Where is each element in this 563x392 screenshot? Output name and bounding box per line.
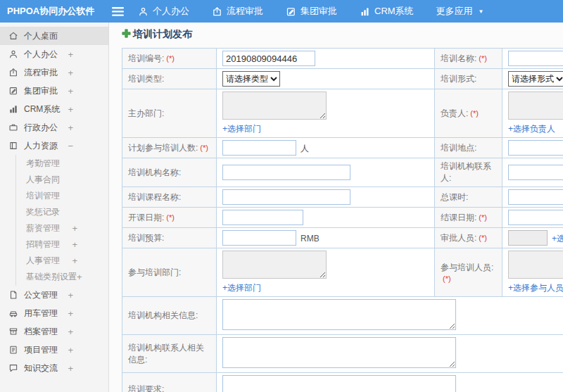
field-label-budget: 培训预算: [122, 228, 217, 248]
top-nav: 个人办公 流程审批 集团审批 CRM系统 更多应用 ▼ [138, 5, 484, 18]
org-contact-info-textarea[interactable] [222, 337, 456, 368]
app-logo: PHPOA协同办公软件 [0, 5, 109, 18]
expand-icon: + [72, 223, 77, 234]
training-name-input[interactable] [508, 51, 563, 66]
clipboard-icon [8, 345, 18, 355]
caret-down-icon: ▼ [479, 8, 484, 15]
sidebar-item-group-approval[interactable]: 集团审批 + [0, 82, 108, 100]
field-label-join-dept: 参与培训部门: [122, 248, 217, 297]
host-department-textarea[interactable] [222, 91, 327, 120]
expand-icon: + [72, 255, 77, 266]
select-join-people-link[interactable]: +选择参与人员 [508, 282, 563, 294]
sidebar-subitem-hr-contract[interactable]: 人事合同 [16, 172, 108, 188]
select-join-department-link[interactable]: +选择部门 [222, 282, 429, 294]
sidebar-item-knowledge[interactable]: 知识交流 + [0, 359, 108, 377]
unit-label: 人 [301, 144, 309, 153]
sidebar-item-label: 用车管理 [24, 308, 58, 320]
planned-count-input[interactable] [222, 140, 296, 156]
home-icon [8, 31, 18, 41]
table-row: 主办部门: +选择部门 负责人:(*) +选择负责人 [122, 89, 563, 138]
requirement-textarea[interactable] [222, 375, 456, 392]
course-name-input[interactable] [222, 189, 350, 205]
nav-personal-office[interactable]: 个人办公 [138, 5, 189, 18]
table-row: 培训机构联系人相关信息: [122, 335, 563, 373]
field-label-code: 培训编号:(*) [122, 49, 217, 69]
sidebar: 个人桌面 个人办公 + 流程审批 + 集团审批 + CRM系统 + [0, 23, 109, 392]
expand-icon: + [72, 239, 77, 250]
leader-textarea[interactable] [508, 91, 563, 120]
archive-icon [8, 327, 18, 336]
sidebar-item-flow-approval[interactable]: 流程审批 + [0, 63, 108, 82]
field-label-total-hours: 总课时: [435, 187, 502, 208]
org-info-textarea[interactable] [222, 299, 456, 330]
field-label-org-name: 培训机构名称: [122, 158, 217, 187]
sidebar-item-hr[interactable]: 人力资源 − [0, 137, 108, 155]
approver-input[interactable] [508, 230, 548, 246]
select-leader-link[interactable]: +选择负责人 [508, 123, 563, 135]
field-label-requirement: 培训要求: [122, 373, 217, 392]
select-department-link[interactable]: +选择部门 [222, 123, 429, 135]
sidebar-item-personal-desktop[interactable]: 个人桌面 [0, 27, 108, 45]
field-label-location: 培训地点: [435, 138, 502, 158]
sidebar-item-vehicle-mgmt[interactable]: 用车管理 + [0, 304, 108, 322]
sidebar-subitem-base-category[interactable]: 基础类别设置+ [16, 269, 108, 285]
nav-crm-system[interactable]: CRM系统 [360, 5, 414, 18]
table-row: 培训机构相关信息: [122, 297, 563, 335]
expand-icon: + [68, 104, 73, 115]
expand-icon: + [77, 272, 82, 282]
page-title-text: 培训计划发布 [133, 28, 192, 41]
join-department-textarea[interactable] [222, 251, 327, 279]
org-contact-input[interactable] [508, 165, 563, 180]
sidebar-hr-submenu: 考勤管理 人事合同 培训管理 奖惩记录 薪资管理+ 招聘管理+ 人事管理+ 基础… [15, 155, 108, 286]
sidebar-subitem-recruit[interactable]: 招聘管理+ [16, 236, 108, 253]
field-label-org-info: 培训机构相关信息: [122, 297, 217, 335]
sidebar-item-personal-office[interactable]: 个人办公 + [0, 45, 108, 63]
sidebar-subitem-reward[interactable]: 奖惩记录 [16, 204, 108, 220]
flow-icon [8, 68, 18, 77]
sidebar-subitem-salary[interactable]: 薪资管理+ [16, 220, 108, 236]
sidebar-item-document-mgmt[interactable]: 公文管理 + [0, 286, 108, 304]
chart-icon [8, 104, 18, 114]
menu-icon[interactable] [112, 7, 124, 16]
nav-group-approval[interactable]: 集团审批 [286, 5, 337, 18]
nav-label: CRM系统 [374, 5, 414, 18]
org-name-input[interactable] [222, 165, 350, 180]
briefcase-icon [8, 122, 18, 132]
training-type-select[interactable]: 请选择类型 [222, 71, 280, 87]
nav-label: 个人办公 [153, 5, 189, 18]
field-label-course-name: 培训课程名称: [122, 187, 217, 208]
sidebar-subitem-attendance[interactable]: 考勤管理 [16, 156, 108, 172]
table-row: 培训机构名称: 培训机构联系人: [122, 158, 563, 187]
start-date-input[interactable] [222, 210, 303, 225]
sidebar-item-admin-office[interactable]: 行政办公 + [0, 118, 108, 137]
user-icon [8, 49, 18, 59]
sidebar-subitem-label: 人事合同 [26, 174, 60, 186]
sidebar-subitem-label: 招聘管理 [26, 239, 60, 251]
location-input[interactable] [508, 140, 563, 156]
nav-more-apps[interactable]: 更多应用 ▼ [436, 5, 484, 18]
join-people-textarea[interactable] [508, 251, 563, 279]
field-label-leader: 负责人:(*) [435, 89, 502, 138]
sidebar-item-label: 集团审批 [24, 85, 58, 97]
training-code-input[interactable] [222, 51, 315, 66]
training-mode-select[interactable]: 请选择形式 [508, 71, 563, 87]
select-approver-link[interactable]: +选择审批人员 [552, 234, 563, 244]
budget-input[interactable] [222, 230, 296, 246]
field-label-start-date: 开课日期:(*) [122, 208, 217, 228]
field-label-org-contact: 培训机构联系人: [435, 158, 502, 187]
sidebar-subitem-label: 培训管理 [26, 190, 60, 202]
end-date-input[interactable] [508, 210, 563, 225]
edit-icon [8, 86, 18, 96]
expand-icon: + [68, 327, 73, 337]
expand-icon: + [68, 308, 73, 319]
nav-flow-approval[interactable]: 流程审批 [212, 5, 263, 18]
sidebar-item-archive-mgmt[interactable]: 档案管理 + [0, 322, 108, 341]
sidebar-item-label: 流程审批 [24, 67, 58, 79]
sidebar-item-project-mgmt[interactable]: 项目管理 + [0, 341, 108, 359]
sidebar-subitem-personnel[interactable]: 人事管理+ [16, 253, 108, 269]
sidebar-subitem-training[interactable]: 培训管理 [16, 188, 108, 204]
sidebar-subitem-label: 薪资管理 [26, 222, 60, 234]
field-label-end-date: 结课日期:(*) [435, 208, 502, 228]
sidebar-item-crm[interactable]: CRM系统 + [0, 100, 108, 118]
total-hours-input[interactable] [508, 189, 563, 205]
